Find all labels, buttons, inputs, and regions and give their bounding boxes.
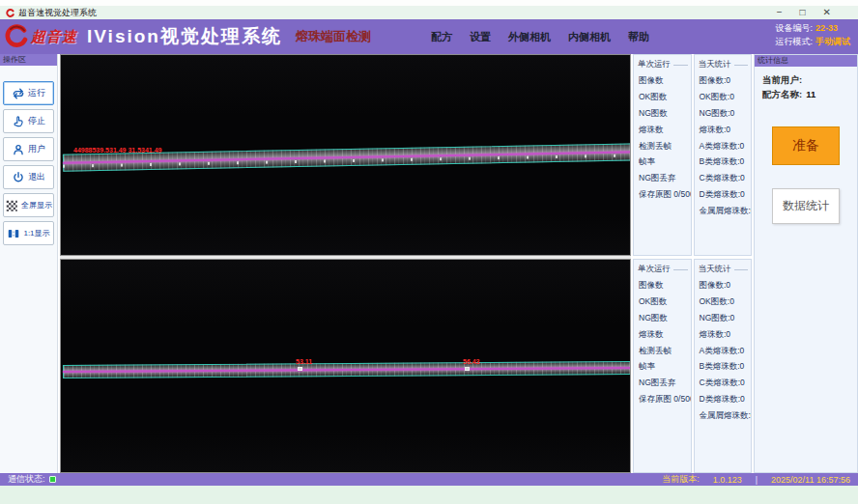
stat-row: C类熔珠数:0: [695, 376, 752, 392]
title-rule: [673, 65, 688, 66]
measurement-annotation-left: 53.11: [296, 358, 312, 365]
stat-row: OK图数: [634, 90, 691, 106]
stat-row: NG图数: [634, 106, 691, 123]
user-button[interactable]: 用户: [3, 137, 54, 161]
close-button[interactable]: ✕: [823, 8, 831, 17]
statistics-column: 单次运行 图像数OK图数NG图数熔珠数检测丢帧帧率NG图丢弃保存原图 0/500…: [633, 54, 752, 473]
menu-item[interactable]: 帮助: [628, 30, 649, 44]
version-label: 当前版本:: [662, 473, 700, 486]
window-controls: − □ ✕: [777, 8, 831, 17]
info-panel: 统计信息 当前用户: 配方名称:11 准备 数据统计: [754, 54, 858, 473]
stat-row: 金属屑熔珠数:0: [695, 203, 752, 219]
stat-row: D类熔珠数:0: [695, 186, 752, 203]
maximize-button[interactable]: □: [800, 8, 806, 17]
stat-row: 熔珠数: [634, 326, 691, 343]
recipe-name-value: 11: [806, 89, 815, 99]
stat-row: 图像数: [634, 278, 691, 294]
stat-row: NG图数: [634, 311, 691, 327]
desktop-margin-bottom: [0, 486, 858, 504]
outer-camera-viewport: 44988539.531.49 31.5341.49: [60, 54, 631, 256]
one-to-one-button[interactable]: 1:1显示: [3, 221, 54, 245]
stop-button-label: 停止: [28, 115, 45, 127]
stat-row: C类熔珠数:0: [695, 171, 752, 187]
stat-row: 帧率: [634, 154, 691, 171]
sidebar-title: 操作区: [0, 54, 57, 66]
version-value: 1.0.123: [713, 475, 742, 485]
window-title: 超音速视觉处理系统: [18, 7, 97, 19]
fullscreen-button[interactable]: 全屏显示: [3, 193, 54, 217]
stat-row: 熔珠数:0: [695, 326, 752, 343]
app-title: IVision视觉处理系统: [87, 24, 282, 49]
bead-strip-image: [61, 140, 631, 174]
app-window: 超音速视觉处理系统 − □ ✕ 超音速 IVision视觉处理系统 熔珠端面检测…: [0, 0, 858, 504]
bead-strip-image: [61, 358, 631, 381]
today-stats-title: 当天统计: [695, 262, 752, 278]
stat-row: 图像数:0: [695, 73, 752, 90]
run-mode-value: 手动调试: [815, 37, 850, 46]
device-info: 设备编号:22-33 运行模式:手动调试: [775, 22, 850, 49]
today-stats-title: 当天统计: [695, 57, 752, 73]
minimize-button[interactable]: −: [777, 8, 783, 17]
stat-row: A类熔珠数:0: [695, 343, 752, 359]
stat-row: D类熔珠数:0: [695, 391, 752, 407]
camera-views: 44988539.531.49 31.5341.49 53.11 56.43: [60, 54, 631, 473]
user-icon: [12, 143, 25, 156]
stat-row: OK图数:0: [695, 90, 752, 106]
measurement-point-marker: [465, 367, 470, 371]
stat-row: 检测丢帧: [634, 138, 691, 154]
menu-item[interactable]: 设置: [470, 30, 491, 44]
stat-row: A类熔珠数:0: [695, 138, 752, 154]
device-number-label: 设备编号:: [775, 23, 813, 33]
single-run-title: 单次运行: [634, 262, 691, 278]
prepare-button[interactable]: 准备: [772, 126, 840, 165]
info-rows: 当前用户: 配方名称:11: [755, 67, 857, 101]
run-button-label: 运行: [28, 87, 45, 99]
single-run-stats: 单次运行 图像数OK图数NG图数熔珠数检测丢帧帧率NG图丢弃保存原图 0/500: [633, 54, 692, 256]
statusbar: 通信状态: 当前版本: 1.0.123 | 2025/02/11 16:57:5…: [0, 473, 858, 486]
stat-row: OK图数: [634, 294, 691, 311]
run-cycle-icon: [12, 87, 25, 100]
stat-row: B类熔珠数:0: [695, 154, 752, 171]
fullscreen-grid-icon: [5, 199, 18, 212]
stat-row: B类熔珠数:0: [695, 359, 752, 376]
stat-row: 熔珠数: [634, 122, 691, 138]
datetime: 2025/02/11 16:57:56: [771, 475, 850, 485]
recipe-name-label: 配方名称:: [762, 89, 802, 99]
comm-status-led: [49, 476, 56, 483]
power-icon: [12, 171, 25, 184]
title-rule: [734, 269, 749, 270]
run-button[interactable]: 运行: [3, 81, 54, 105]
device-number-value: 22-33: [815, 23, 838, 33]
stop-button[interactable]: 停止: [3, 109, 54, 133]
info-panel-title: 统计信息: [755, 55, 857, 67]
exit-button-label: 退出: [28, 171, 45, 183]
brand-swirl-icon: [4, 24, 29, 49]
app-subtitle: 熔珠端面检测: [296, 28, 371, 45]
current-user-label: 当前用户:: [762, 74, 802, 85]
menu-item[interactable]: 内侧相机: [568, 30, 611, 44]
statusbar-separator: |: [756, 475, 758, 485]
sidebar-buttons: 运行 停止 用户 退出: [0, 66, 57, 245]
sidebar: 操作区 运行 停止 用户: [0, 54, 58, 473]
stat-row: NG图数:0: [695, 311, 752, 327]
menu-item[interactable]: 配方: [431, 30, 452, 44]
outer-camera-stats-panel: 单次运行 图像数OK图数NG图数熔珠数检测丢帧帧率NG图丢弃保存原图 0/500…: [633, 54, 752, 256]
stat-row: OK图数:0: [695, 294, 752, 311]
menu-bar: 配方设置外侧相机内侧相机帮助: [431, 30, 649, 44]
user-button-label: 用户: [28, 143, 45, 155]
stat-row: NG图丢弃: [634, 376, 691, 392]
stat-row: 保存原图 0/500: [634, 186, 691, 203]
title-rule: [734, 65, 749, 66]
one-to-one-icon: [7, 227, 20, 240]
title-rule: [673, 269, 688, 270]
app-logo-icon: [6, 9, 14, 17]
app-header: 超音速 IVision视觉处理系统 熔珠端面检测 配方设置外侧相机内侧相机帮助 …: [0, 19, 858, 54]
fullscreen-button-label: 全屏显示: [21, 200, 52, 210]
stat-row: 保存原图 0/500: [634, 391, 691, 407]
exit-button[interactable]: 退出: [3, 165, 54, 189]
data-statistics-button[interactable]: 数据统计: [772, 188, 840, 224]
menu-item[interactable]: 外侧相机: [508, 30, 551, 44]
stat-row: 图像数: [634, 73, 691, 90]
comm-status-label: 通信状态:: [8, 473, 45, 486]
today-stats: 当天统计 图像数:0OK图数:0NG图数:0熔珠数:0A类熔珠数:0B类熔珠数:…: [694, 259, 753, 473]
